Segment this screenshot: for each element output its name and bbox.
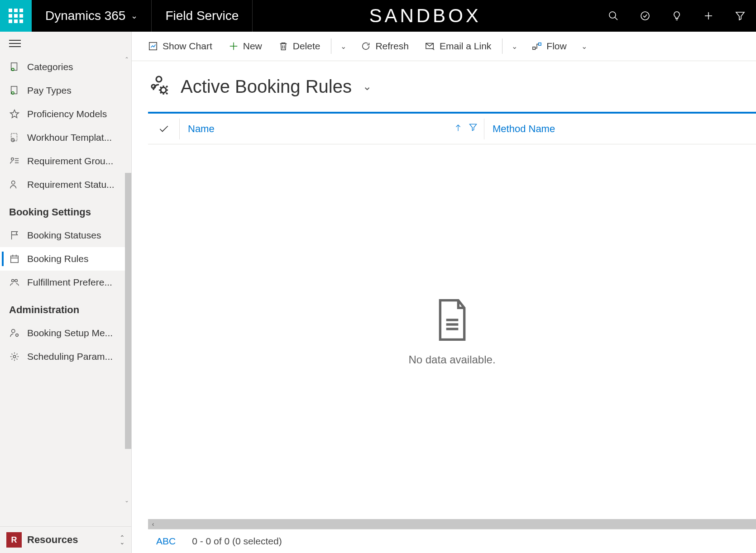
environment-label: SANDBOX: [369, 5, 481, 27]
checkmark-icon: [158, 123, 170, 135]
sidebar-item-req-groups[interactable]: Requirement Grou...: [0, 149, 131, 173]
grid-body: No data available.: [148, 144, 756, 519]
svg-point-23: [12, 329, 15, 333]
calendar-icon: [9, 253, 20, 264]
search-icon: [608, 10, 619, 21]
svg-rect-30: [533, 47, 536, 50]
flow-dropdown[interactable]: ⌄: [576, 39, 593, 53]
sidebar: ⌃ Categories Pay Types Proficiency Model…: [0, 32, 131, 553]
document-person-icon: [9, 62, 20, 72]
sidebar-item-proficiency[interactable]: Proficiency Models: [0, 102, 131, 126]
scroll-down-icon[interactable]: ⌄: [123, 496, 130, 505]
sidebar-item-booking-rules[interactable]: Booking Rules: [0, 247, 131, 271]
sidebar-item-booking-setup[interactable]: Booking Setup Me...: [0, 321, 131, 345]
svg-point-11: [11, 158, 14, 161]
data-grid: Name Method Name No data available.: [148, 112, 756, 553]
delete-dropdown[interactable]: ⌄: [335, 39, 352, 53]
flag-icon: [9, 230, 20, 241]
nav-label: Requirement Statu...: [27, 179, 115, 190]
add-button[interactable]: [693, 0, 724, 32]
sidebar-scrollbar[interactable]: [125, 173, 131, 449]
area-switcher[interactable]: R Resources ⌃⌄: [0, 526, 131, 553]
filter-button[interactable]: [724, 0, 756, 32]
task-button[interactable]: [629, 0, 661, 32]
area-label: Resources: [27, 534, 114, 546]
email-dropdown[interactable]: ⌄: [506, 39, 523, 53]
svg-point-25: [13, 355, 16, 358]
person-list-icon: [9, 156, 20, 167]
updown-icon: ⌃⌄: [120, 535, 125, 544]
nav-label: Scheduling Param...: [27, 351, 113, 362]
sidebar-item-fulfillment[interactable]: Fulfillment Prefere...: [0, 271, 131, 294]
cmd-label: Email a Link: [440, 41, 491, 52]
alpha-filter[interactable]: ABC: [156, 536, 176, 547]
email-icon: [425, 41, 435, 51]
funnel-icon: [735, 10, 746, 21]
email-link-button[interactable]: Email a Link: [418, 38, 498, 54]
svg-rect-31: [539, 43, 541, 46]
svg-line-1: [615, 17, 617, 20]
grid-footer: ABC 0 - 0 of 0 (0 selected): [148, 529, 756, 553]
horizontal-scrollbar[interactable]: ‹: [148, 519, 756, 529]
empty-message: No data available.: [408, 353, 495, 366]
column-header-name[interactable]: Name: [180, 119, 484, 139]
empty-document-icon: [434, 297, 470, 344]
sidebar-item-categories[interactable]: Categories: [0, 55, 131, 79]
nav-label: Categories: [27, 62, 73, 72]
app-launcher-button[interactable]: [0, 0, 32, 32]
view-selector-dropdown[interactable]: ⌄: [363, 80, 372, 93]
module-label: Field Service: [165, 9, 239, 23]
app-name-label: Dynamics 365: [45, 9, 125, 23]
search-button[interactable]: [598, 0, 629, 32]
col-label: Name: [188, 123, 215, 135]
gear-icon: [9, 351, 20, 362]
flow-icon: [532, 41, 542, 51]
plus-icon: [703, 10, 714, 21]
help-button[interactable]: [661, 0, 693, 32]
record-count: 0 - 0 of 0 (0 selected): [192, 536, 282, 547]
separator: [502, 38, 502, 54]
global-header: Dynamics 365 ⌄ Field Service SANDBOX: [0, 0, 756, 32]
command-bar: Show Chart New Delete ⌄ Refresh Email a …: [132, 32, 756, 61]
separator: [331, 38, 331, 54]
grid-header-row: Name Method Name: [148, 114, 756, 144]
person-gear-icon: [9, 328, 20, 338]
show-chart-button[interactable]: Show Chart: [141, 38, 220, 54]
svg-point-0: [609, 12, 616, 18]
refresh-button[interactable]: Refresh: [354, 38, 416, 54]
svg-point-24: [16, 334, 19, 337]
area-badge: R: [6, 532, 22, 548]
sidebar-item-scheduling-params[interactable]: Scheduling Param...: [0, 345, 131, 368]
lightbulb-icon: [671, 10, 682, 21]
header-actions: [598, 0, 756, 32]
sort-asc-icon[interactable]: [454, 123, 462, 135]
view-header: Active Booking Rules ⌄: [132, 61, 756, 112]
select-all-checkbox[interactable]: [148, 119, 180, 139]
sidebar-item-booking-statuses[interactable]: Booking Statuses: [0, 224, 131, 247]
cmd-label: Flow: [546, 41, 566, 52]
chart-icon: [148, 41, 158, 51]
sidebar-item-req-status[interactable]: Requirement Statu...: [0, 173, 131, 196]
section-booking-settings: Booking Settings: [0, 196, 131, 224]
scroll-left-icon: ‹: [148, 520, 158, 528]
sidebar-item-pay-types[interactable]: Pay Types: [0, 79, 131, 102]
svg-rect-9: [11, 133, 17, 141]
sidebar-toggle[interactable]: [0, 32, 131, 55]
new-button[interactable]: New: [221, 38, 269, 54]
app-name-dropdown[interactable]: Dynamics 365 ⌄: [32, 0, 152, 32]
svg-point-21: [12, 280, 14, 282]
check-circle-icon: [640, 10, 651, 21]
delete-button[interactable]: Delete: [271, 38, 328, 54]
module-name[interactable]: Field Service: [152, 0, 253, 32]
column-header-method[interactable]: Method Name: [484, 123, 756, 135]
nav-label: Pay Types: [27, 85, 72, 96]
waffle-icon: [9, 9, 23, 23]
cmd-label: New: [243, 41, 262, 52]
svg-rect-17: [11, 256, 19, 263]
people-icon: [9, 277, 20, 288]
filter-icon[interactable]: [469, 123, 478, 135]
cmd-label: Refresh: [375, 41, 409, 52]
sidebar-item-workhour[interactable]: Workhour Templat...: [0, 126, 131, 149]
nav-label: Booking Statuses: [27, 230, 101, 241]
flow-button[interactable]: Flow: [525, 38, 574, 54]
